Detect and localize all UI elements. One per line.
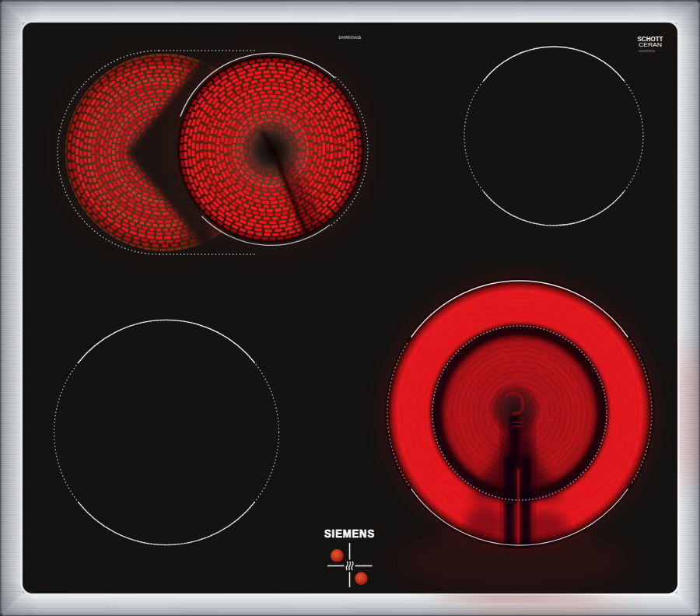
svg-text:EA64RGNA1E: EA64RGNA1E (339, 35, 362, 40)
svg-text:9000609090: 9000609090 (639, 50, 655, 53)
svg-text:SCHOTT: SCHOTT (638, 35, 664, 43)
svg-text:SIEMENS: SIEMENS (324, 527, 375, 540)
svg-text:CERAN: CERAN (639, 42, 662, 47)
